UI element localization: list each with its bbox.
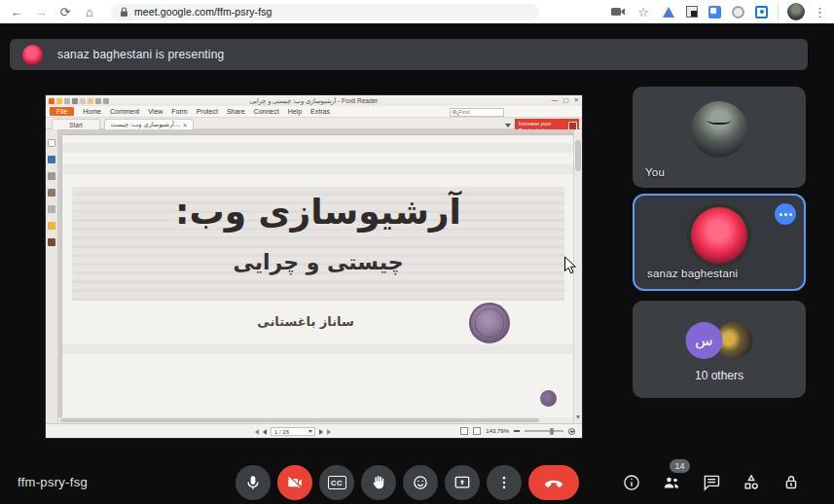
security-panel-icon[interactable] bbox=[48, 222, 55, 230]
meeting-details-button[interactable] bbox=[621, 471, 642, 494]
menu-home[interactable]: Home bbox=[83, 108, 101, 115]
page-number-value: 1 / 26 bbox=[274, 429, 289, 435]
chat-button[interactable] bbox=[701, 471, 722, 494]
browser-profile-avatar[interactable] bbox=[787, 3, 805, 20]
meeting-panel-icons: 14 bbox=[621, 471, 802, 494]
promo-line1: Increase your bbox=[519, 121, 566, 127]
last-page-icon[interactable] bbox=[327, 429, 331, 435]
others-avatars: س bbox=[686, 322, 753, 359]
comments-panel-icon[interactable] bbox=[48, 189, 55, 197]
tab-document[interactable]: ...آرشیوسازی وب: چیست × bbox=[104, 119, 194, 129]
mouse-cursor bbox=[563, 256, 577, 279]
extension-adblock-icon[interactable] bbox=[731, 5, 745, 19]
foxit-navigation-panel bbox=[46, 129, 58, 423]
menu-file[interactable]: File bbox=[50, 107, 74, 116]
menu-connect[interactable]: Connect bbox=[254, 108, 279, 115]
menu-comment[interactable]: Comment bbox=[110, 108, 139, 115]
find-input[interactable]: Find bbox=[450, 108, 504, 117]
page-navigation: 1 / 26 bbox=[255, 427, 331, 436]
bookmarks-panel-icon[interactable] bbox=[48, 139, 55, 147]
zoom-slider-knob[interactable] bbox=[550, 428, 554, 435]
avatar bbox=[691, 207, 747, 264]
signature-panel-icon[interactable] bbox=[48, 238, 55, 246]
zoom-slider[interactable] bbox=[525, 430, 563, 432]
tab-document-label: ...آرشیوسازی وب: چیست bbox=[111, 121, 180, 128]
participant-tile-you[interactable]: You bbox=[633, 87, 806, 188]
next-page-icon[interactable] bbox=[319, 429, 323, 435]
toolbar-right: ☆ ⋮ bbox=[611, 3, 826, 20]
raise-hand-button[interactable] bbox=[361, 465, 396, 500]
menu-view[interactable]: View bbox=[148, 108, 163, 115]
minimize-icon[interactable]: — bbox=[552, 96, 559, 104]
participant-name: sanaz baghestani bbox=[647, 268, 738, 279]
page-dropdown-icon bbox=[308, 430, 312, 433]
find-placeholder: Find bbox=[458, 109, 470, 115]
extension-translate-icon[interactable] bbox=[707, 5, 722, 19]
address-bar[interactable]: meet.google.com/ffm-psry-fsg bbox=[111, 4, 539, 20]
tab-close-icon[interactable]: × bbox=[183, 122, 187, 128]
tab-camera-indicator-icon bbox=[611, 5, 626, 19]
menu-extras[interactable]: Extras bbox=[310, 108, 330, 115]
close-icon[interactable]: ✕ bbox=[574, 96, 579, 104]
foxit-statusbar: 1 / 26 143.79% bbox=[46, 423, 582, 438]
extension-capture-icon[interactable] bbox=[684, 5, 699, 19]
slide-title-line2: چیستی و چرایی bbox=[62, 250, 574, 274]
menu-form[interactable]: Form bbox=[171, 108, 187, 115]
participant-tile-sanaz[interactable]: sanaz baghestani bbox=[633, 194, 806, 291]
pdf-page-slide: آرشیوسازی وب: چیستی و چرایی ساناز باغستا… bbox=[62, 135, 574, 418]
microphone-button[interactable] bbox=[236, 465, 271, 500]
host-controls-button[interactable] bbox=[780, 471, 802, 494]
lock-icon bbox=[120, 7, 128, 18]
menu-help[interactable]: Help bbox=[288, 108, 302, 115]
presenting-banner: sanaz baghestani is presenting bbox=[10, 39, 808, 70]
toolbar-divider bbox=[778, 5, 779, 19]
slide-texture bbox=[62, 344, 574, 354]
slide-stamp-logo bbox=[469, 303, 510, 343]
foxit-tabbar: Start ...آرشیوسازی وب: چیست × bbox=[46, 118, 582, 129]
present-screen-button[interactable] bbox=[445, 465, 480, 500]
first-page-icon[interactable] bbox=[255, 429, 259, 435]
extension-session-icon[interactable] bbox=[754, 5, 769, 19]
zoom-out-icon[interactable] bbox=[514, 430, 520, 432]
participants-count-badge: 14 bbox=[670, 459, 690, 473]
bookmark-star-icon[interactable]: ☆ bbox=[635, 3, 652, 20]
home-icon[interactable]: ⌂ bbox=[81, 3, 98, 20]
slide-small-logo bbox=[540, 390, 557, 407]
activities-button[interactable] bbox=[741, 471, 762, 494]
attachments-panel-icon[interactable] bbox=[48, 205, 55, 213]
camera-off-button[interactable] bbox=[277, 465, 312, 500]
more-options-button[interactable] bbox=[487, 465, 522, 500]
previous-page-icon[interactable] bbox=[263, 429, 267, 435]
browser-menu-icon[interactable]: ⋮ bbox=[814, 5, 826, 19]
page-number-input[interactable]: 1 / 26 bbox=[271, 427, 315, 436]
slide-texture bbox=[62, 143, 574, 153]
reactions-button[interactable] bbox=[403, 465, 438, 500]
end-call-button[interactable] bbox=[528, 465, 579, 500]
zoom-in-icon[interactable] bbox=[568, 428, 575, 435]
layers-panel-icon[interactable] bbox=[48, 172, 55, 180]
participant-tile-others[interactable]: س 10 others bbox=[633, 301, 806, 398]
tab-start[interactable]: Start bbox=[52, 119, 100, 129]
participants-button[interactable]: 14 bbox=[661, 471, 682, 494]
presenting-text: sanaz baghestani is presenting bbox=[57, 48, 224, 61]
call-controls: CC bbox=[236, 465, 579, 500]
menu-protect[interactable]: Protect bbox=[197, 108, 218, 115]
restore-icon[interactable]: ▢ bbox=[562, 96, 568, 104]
menu-share[interactable]: Share bbox=[227, 108, 245, 115]
extension-downloader-icon[interactable] bbox=[661, 5, 675, 19]
tile-options-icon[interactable] bbox=[775, 203, 796, 225]
reload-icon[interactable]: ⟳ bbox=[56, 3, 74, 20]
presenter-avatar bbox=[22, 45, 43, 65]
captions-button[interactable]: CC bbox=[319, 465, 354, 500]
pages-panel-icon[interactable] bbox=[48, 156, 55, 163]
forward-icon[interactable]: → bbox=[32, 3, 50, 20]
continuous-view-icon[interactable] bbox=[473, 427, 481, 435]
tab-list-dropdown-icon[interactable] bbox=[505, 124, 511, 127]
back-icon[interactable]: ← bbox=[8, 3, 25, 20]
slide-texture bbox=[62, 164, 574, 174]
scroll-down-icon[interactable] bbox=[576, 415, 580, 419]
participant-name: 10 others bbox=[633, 369, 806, 382]
horizontal-scroll-thumb[interactable] bbox=[60, 418, 539, 422]
single-page-view-icon[interactable] bbox=[460, 427, 468, 435]
vertical-scroll-thumb[interactable] bbox=[575, 140, 581, 171]
